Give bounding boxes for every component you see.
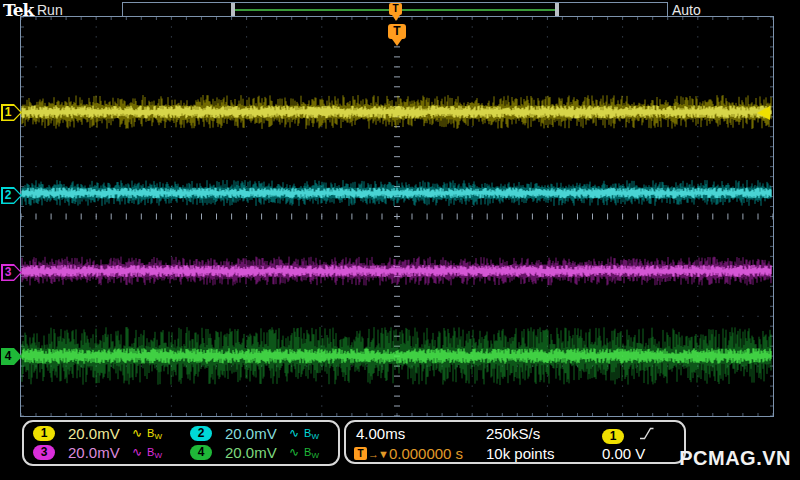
channel-1-marker-label: 1 [1, 105, 15, 120]
trigger-level-arrow-icon [757, 106, 770, 120]
channel-3-marker-label: 3 [1, 265, 15, 280]
channel-readout-box: 1 20.0mV ∿BW 2 20.0mV ∿BW 3 20.0mV ∿BW 4… [22, 420, 340, 466]
channel-2-indicators: ∿BW [289, 426, 319, 441]
bandwidth-limit-sub: W [311, 432, 319, 441]
channel-4-marker-selected: 4 [1, 348, 22, 365]
watermark: PCMAG.VN [679, 447, 791, 470]
trigger-source-readout: 1 [602, 426, 624, 444]
channel-2-marker-label: 2 [1, 188, 15, 203]
channel-2-badge: 2 [190, 426, 212, 441]
channel-2-marker: 2 [1, 187, 22, 204]
channel-1-marker: 1 [1, 104, 22, 121]
channel-4-badge: 4 [190, 445, 212, 460]
channel-3-readout: 3 20.0mV ∿BW [24, 444, 181, 461]
channel-4-scale: 20.0mV [225, 444, 281, 461]
trigger-t-icon: T [354, 447, 367, 460]
channel-3-marker: 3 [1, 264, 22, 281]
trigger-level-value: 0.00 V [602, 445, 645, 462]
channel-1-badge: 1 [33, 426, 55, 441]
trigger-position-readout: T →▼ 0.000000 s [354, 445, 463, 462]
ac-coupling-icon: ∿ [289, 426, 299, 440]
trigger-slope-rising-icon [638, 426, 655, 445]
trigger-position-marker: T [388, 24, 406, 39]
ac-coupling-icon: ∿ [132, 426, 142, 440]
record-length: 10k points [486, 445, 554, 462]
waveform-traces [21, 17, 773, 416]
trigger-down-arrow-icon [392, 15, 400, 21]
trigger-position-flag-small: T [389, 3, 402, 15]
trigger-flag-letter: T [393, 24, 400, 38]
graticule: T [20, 16, 774, 417]
oscilloscope-screen: Tek Run T Auto T 1 2 3 4 [0, 0, 800, 480]
record-window-bracket-right [555, 3, 559, 17]
channel-3-badge: 3 [33, 445, 55, 460]
bandwidth-limit-sub: W [154, 451, 162, 460]
channel-3-indicators: ∿BW [132, 445, 162, 460]
horizontal-trigger-readout-box: 4.00ms 250kS/s 1 T →▼ 0.000000 s 10k poi… [344, 420, 686, 464]
channel-3-scale: 20.0mV [68, 444, 124, 461]
trigger-source-badge: 1 [602, 429, 624, 444]
channel-1-readout: 1 20.0mV ∿BW [24, 425, 181, 442]
channel-1-indicators: ∿BW [132, 426, 162, 441]
ac-coupling-icon: ∿ [289, 445, 299, 459]
channel-1-scale: 20.0mV [68, 425, 124, 442]
channel-4-indicators: ∿BW [289, 445, 319, 460]
channel-4-marker-label: 4 [1, 349, 15, 364]
channel-2-scale: 20.0mV [225, 425, 281, 442]
timebase-scale: 4.00ms [356, 425, 405, 442]
trigger-position-value: 0.000000 s [389, 445, 463, 462]
ac-coupling-icon: ∿ [132, 445, 142, 459]
trigger-down-arrow-icon [392, 39, 402, 46]
trigger-flag-letter: T [392, 3, 398, 14]
sample-rate: 250kS/s [486, 425, 540, 442]
channel-2-readout: 2 20.0mV ∿BW [181, 425, 338, 442]
channel-4-readout: 4 20.0mV ∿BW [181, 444, 338, 461]
bandwidth-limit-sub: W [311, 451, 319, 460]
trigger-arrow-icons: →▼ [368, 448, 388, 460]
bandwidth-limit-sub: W [154, 432, 162, 441]
